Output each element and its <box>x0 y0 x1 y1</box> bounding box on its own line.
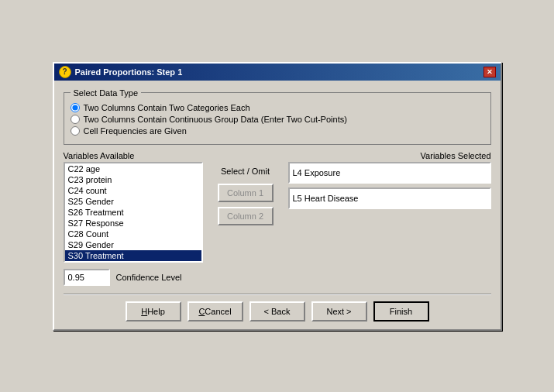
main-window: ? Paired Proportions: Step 1 ✕ Select Da… <box>53 62 502 331</box>
window-icon: ? <box>59 66 71 78</box>
title-bar: ? Paired Proportions: Step 1 ✕ <box>54 64 501 81</box>
list-item[interactable]: C28 Count <box>65 229 201 239</box>
radio-cell-frequencies[interactable] <box>71 126 80 136</box>
finish-button[interactable]: Finish <box>373 301 429 322</box>
data-type-group: Select Data Type Two Columns Contain Two… <box>64 88 491 145</box>
list-item-selected[interactable]: S30 Treatment <box>65 250 201 261</box>
next-button[interactable]: Next > <box>311 301 367 322</box>
radio-row-3: Cell Frequencies are Given <box>71 126 484 136</box>
variables-selected-panel: Variables Selected L4 Exposure L5 Heart … <box>288 151 491 263</box>
select-omit-panel: Select / Omit Column 1 Column 2 <box>211 151 280 263</box>
cancel-button[interactable]: CCancel <box>188 301 243 322</box>
list-item[interactable]: C22 age <box>65 163 201 174</box>
radio-two-columns-categories[interactable] <box>71 103 80 112</box>
confidence-input[interactable] <box>64 269 110 286</box>
radio-row-2: Two Columns Contain Continuous Group Dat… <box>71 115 484 124</box>
list-item[interactable]: S29 Gender <box>65 239 201 250</box>
title-bar-left: ? Paired Proportions: Step 1 <box>59 66 183 78</box>
window-body: Select Data Type Two Columns Contain Two… <box>54 81 501 329</box>
cancel-underline: CCancel <box>198 307 231 316</box>
selected-column2-box: L5 Heart Disease <box>288 187 491 209</box>
main-content: Variables Available C22 age C23 protein … <box>64 151 491 263</box>
window-title: Paired Proportions: Step 1 <box>75 67 183 77</box>
close-button[interactable]: ✕ <box>483 67 496 77</box>
radio-label-3: Cell Frequencies are Given <box>84 126 187 136</box>
radio-continuous-group[interactable] <box>71 115 80 124</box>
list-item[interactable]: S26 Treatment <box>65 207 201 218</box>
selected-column1-box: L4 Exposure <box>288 162 491 184</box>
help-button[interactable]: HHelp <box>126 301 181 322</box>
variables-available-label: Variables Available <box>64 151 203 160</box>
back-button[interactable]: < Back <box>249 301 305 322</box>
list-item[interactable]: S27 Response <box>65 218 201 229</box>
column1-button[interactable]: Column 1 <box>218 184 274 202</box>
bottom-buttons: HHelp CCancel < Back Next > Finish <box>64 301 491 322</box>
radio-label-2: Two Columns Contain Continuous Group Dat… <box>84 115 347 124</box>
column2-button[interactable]: Column 2 <box>218 207 274 225</box>
confidence-row: Confidence Level <box>64 269 491 286</box>
radio-row-1: Two Columns Contain Two Categories Each <box>71 103 484 112</box>
list-item[interactable]: S25 Gender <box>65 196 201 207</box>
list-item[interactable]: C23 protein <box>65 174 201 185</box>
help-underline: HHelp <box>141 307 165 316</box>
list-item[interactable]: C24 count <box>65 185 201 196</box>
selected-column1-value: L4 Exposure <box>293 168 341 177</box>
selected-column2-value: L5 Heart Disease <box>293 194 359 203</box>
radio-label-1: Two Columns Contain Two Categories Each <box>84 103 250 112</box>
variables-available-panel: Variables Available C22 age C23 protein … <box>64 151 203 263</box>
select-omit-label: Select / Omit <box>221 167 270 176</box>
variables-listbox[interactable]: C22 age C23 protein C24 count S25 Gender… <box>64 162 203 263</box>
confidence-label: Confidence Level <box>116 273 182 282</box>
variables-selected-label: Variables Selected <box>288 151 491 160</box>
data-type-legend: Select Data Type <box>71 88 142 98</box>
divider <box>64 294 491 295</box>
